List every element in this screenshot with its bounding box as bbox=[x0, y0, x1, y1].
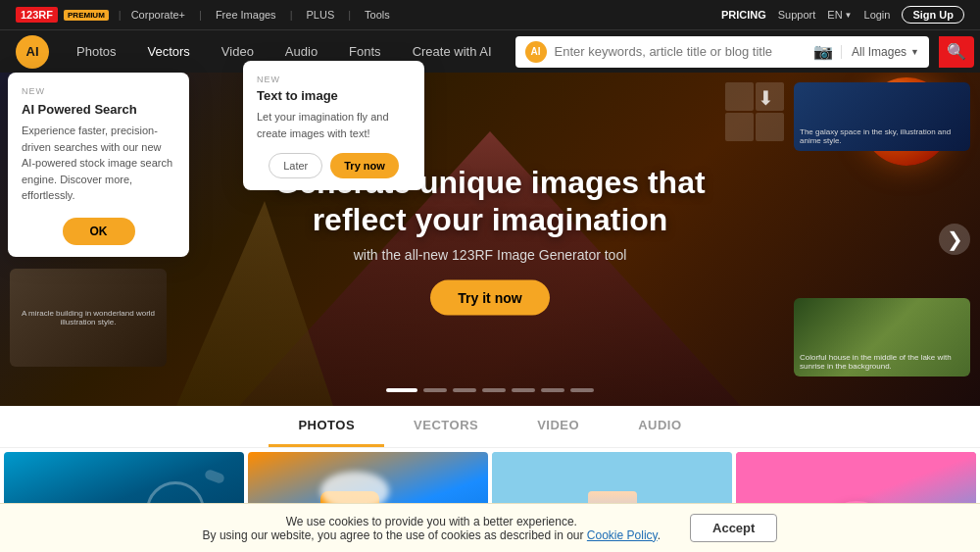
tab-vectors[interactable]: VECTORS bbox=[384, 406, 508, 447]
dot-1[interactable] bbox=[386, 388, 417, 392]
ai-powered-search-popup: NEW AI Powered Search Experience faster,… bbox=[8, 73, 189, 257]
tti-new-label: NEW bbox=[257, 75, 411, 84]
nav-logo-icon: AI bbox=[16, 35, 49, 69]
tti-actions: Later Try now bbox=[257, 153, 411, 178]
dot-3[interactable] bbox=[453, 388, 476, 392]
ai-popup-description: Experience faster, precision-driven sear… bbox=[22, 123, 175, 204]
grid-cell-3 bbox=[725, 113, 754, 141]
tti-title: Text to image bbox=[257, 88, 411, 103]
right-thumb-grid bbox=[725, 82, 784, 141]
ai-popup-ok-button[interactable]: OK bbox=[63, 218, 135, 245]
dot-5[interactable] bbox=[512, 388, 535, 392]
search-bar: AI 📷 All Images ▼ bbox=[515, 36, 929, 68]
cookie-policy-link[interactable]: Cookie Policy bbox=[587, 528, 658, 542]
text-to-image-popup: NEW Text to image Let your imagination f… bbox=[243, 61, 424, 190]
logo-area: 123RF PREMIUM bbox=[16, 7, 109, 23]
search-input[interactable] bbox=[555, 44, 806, 59]
dot-6[interactable] bbox=[541, 388, 564, 392]
tti-description: Let your imagination fly and create imag… bbox=[257, 109, 411, 141]
grid-cell-4 bbox=[756, 113, 784, 141]
right-thumb-bottom-caption: Colorful house in the middle of the lake… bbox=[800, 353, 964, 371]
free-images-link[interactable]: Free Images bbox=[216, 9, 276, 21]
left-thumb: A miracle building in wonderland world i… bbox=[10, 269, 167, 367]
content-tabs: PHOTOS VECTORS VIDEO AUDIO bbox=[0, 406, 980, 448]
ai-search-icon: AI bbox=[525, 41, 547, 63]
all-images-dropdown[interactable]: All Images ▼ bbox=[841, 45, 919, 59]
nav-vectors[interactable]: Vectors bbox=[133, 38, 203, 65]
top-nav-links: Corporate+ | Free Images | PLUS | Tools bbox=[131, 9, 390, 21]
dot-7[interactable] bbox=[570, 388, 594, 392]
top-nav: 123RF PREMIUM | Corporate+ | Free Images… bbox=[0, 0, 980, 29]
cookie-banner: We use cookies to provide you with a bet… bbox=[0, 503, 980, 552]
cookie-accept-button[interactable]: Accept bbox=[690, 514, 777, 542]
login-link[interactable]: Login bbox=[864, 9, 891, 21]
grid-cell-1 bbox=[725, 82, 754, 111]
nav-photos[interactable]: Photos bbox=[63, 38, 129, 65]
cookie-text: We use cookies to provide you with a bet… bbox=[203, 515, 661, 542]
top-nav-right: PRICING Support EN ▼ Login Sign Up bbox=[721, 6, 964, 24]
boat-shape2 bbox=[204, 469, 225, 484]
tools-link[interactable]: Tools bbox=[365, 9, 390, 21]
tab-photos[interactable]: PHOTOS bbox=[269, 406, 384, 447]
corporate-link[interactable]: Corporate+ bbox=[131, 9, 185, 21]
tab-video[interactable]: VIDEO bbox=[508, 406, 609, 447]
tti-try-button[interactable]: Try now bbox=[330, 153, 399, 178]
dot-2[interactable] bbox=[423, 388, 447, 392]
hero-next-button[interactable]: ❯ bbox=[939, 224, 970, 255]
tti-later-button[interactable]: Later bbox=[269, 153, 322, 178]
search-button[interactable]: 🔍 bbox=[939, 36, 974, 68]
ai-popup-new-label: NEW bbox=[22, 86, 175, 96]
hero-subtitle: with the all-new 123RF Image Generator t… bbox=[245, 246, 735, 262]
tab-audio[interactable]: AUDIO bbox=[609, 406, 710, 447]
right-thumb-top-caption: The galaxy space in the sky, illustratio… bbox=[800, 127, 964, 145]
nav-divider: | bbox=[119, 9, 122, 21]
ai-popup-title: AI Powered Search bbox=[22, 102, 175, 117]
pricing-link[interactable]: PRICING bbox=[721, 9, 766, 21]
logo: 123RF bbox=[16, 7, 58, 23]
support-link[interactable]: Support bbox=[778, 9, 816, 21]
right-thumb-bottom: Colorful house in the middle of the lake… bbox=[794, 298, 970, 376]
plus-link[interactable]: PLUS bbox=[306, 9, 334, 21]
right-thumb-top: The galaxy space in the sky, illustratio… bbox=[794, 82, 970, 151]
signup-button[interactable]: Sign Up bbox=[902, 6, 964, 24]
premium-badge: PREMIUM bbox=[64, 10, 109, 21]
camera-icon[interactable]: 📷 bbox=[813, 42, 833, 61]
main-nav: AI Photos Vectors Video Audio Fonts Crea… bbox=[0, 29, 980, 73]
download-icon[interactable]: ⬇ bbox=[758, 86, 774, 110]
hero-dots bbox=[386, 388, 594, 392]
dot-4[interactable] bbox=[482, 388, 506, 392]
left-thumb-caption: A miracle building in wonderland world i… bbox=[10, 305, 167, 330]
lang-selector[interactable]: EN ▼ bbox=[827, 9, 852, 21]
top-nav-left: 123RF PREMIUM | Corporate+ | Free Images… bbox=[16, 7, 390, 23]
hero-cta-button[interactable]: Try it now bbox=[430, 279, 549, 315]
